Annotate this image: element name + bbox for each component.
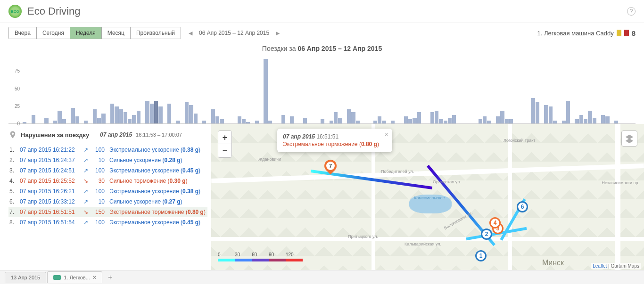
chart-bar[interactable] (246, 122, 250, 123)
chart-bar[interactable] (321, 119, 324, 123)
chart-bar[interactable] (544, 105, 548, 123)
chart-bars[interactable] (23, 53, 636, 123)
map[interactable]: + − × 07 апр 2015 16:51:51 Экстремальное… (211, 124, 644, 270)
chart-bar[interactable] (264, 59, 267, 123)
chart-bar[interactable] (150, 104, 154, 123)
chart-bar[interactable] (439, 119, 443, 123)
chart-bar[interactable] (137, 111, 140, 123)
chart-bar[interactable] (549, 106, 553, 123)
period-yesterday-button[interactable]: Вчера (9, 27, 37, 39)
chart-bar[interactable] (62, 119, 66, 123)
leaflet-link[interactable]: Leaflet (593, 263, 607, 269)
chart-bar[interactable] (58, 111, 61, 123)
chart-bar[interactable] (220, 119, 223, 123)
violation-row[interactable]: 7.07 апр 2015 16:51:51↘150Экстремальное … (8, 207, 207, 217)
chart-bar[interactable] (584, 119, 587, 123)
chart-bar[interactable] (593, 118, 596, 123)
chart-bar[interactable] (176, 121, 180, 123)
chart-bar[interactable] (158, 106, 162, 123)
chart-bar[interactable] (553, 121, 557, 123)
chart-bar[interactable] (356, 121, 360, 123)
chart-bar[interactable] (391, 121, 395, 123)
map-layers-button[interactable] (621, 131, 637, 147)
chart-bar[interactable] (435, 111, 438, 123)
chart-bar[interactable] (242, 119, 246, 123)
chart-bar[interactable] (238, 116, 241, 123)
chart-bar[interactable] (351, 112, 355, 123)
chart-bar[interactable] (53, 121, 57, 123)
chart-bar[interactable] (32, 115, 35, 123)
chart-bar[interactable] (566, 101, 570, 123)
chart-bar[interactable] (448, 118, 452, 123)
chart-bar[interactable] (71, 108, 74, 123)
violation-row[interactable]: 6.07 апр 2015 16:33:12↗10Сильное ускорен… (8, 196, 207, 207)
chart-bar[interactable] (452, 115, 456, 123)
chart-bar[interactable] (93, 109, 97, 123)
chart-bar[interactable] (536, 102, 539, 123)
chart-bar[interactable] (588, 111, 592, 123)
chart-bar[interactable] (444, 121, 447, 123)
chart-bar[interactable] (487, 121, 491, 123)
chart-bar[interactable] (115, 106, 118, 123)
chart-bar[interactable] (408, 119, 412, 123)
zoom-out-button[interactable]: − (218, 144, 231, 157)
map-marker-6[interactable]: 6 (517, 201, 528, 212)
violation-row[interactable]: 1.07 апр 2015 16:21:22↗100Экстремальное … (8, 145, 207, 155)
chart-bar[interactable] (268, 121, 272, 123)
chart-bar[interactable] (189, 105, 193, 123)
map-marker-4[interactable]: 4 (489, 217, 501, 229)
chart-bar[interactable] (509, 119, 513, 123)
chart-bar[interactable] (23, 122, 26, 123)
chart-bar[interactable] (496, 116, 500, 123)
chart-bar[interactable] (75, 116, 79, 123)
chart-bar[interactable] (579, 115, 583, 123)
period-custom-button[interactable]: Произвольный (131, 27, 181, 39)
map-marker-7[interactable]: 7 (324, 160, 337, 176)
violation-row[interactable]: 5.07 апр 2015 16:26:21↗100Экстремальное … (8, 186, 207, 196)
violation-row[interactable]: 2.07 апр 2015 16:24:37↗10Сильное ускорен… (8, 155, 207, 165)
chart-bar[interactable] (255, 121, 259, 123)
chart-bar[interactable] (84, 121, 88, 123)
chart-bar[interactable] (101, 114, 105, 123)
chart-bar[interactable] (124, 112, 127, 123)
map-marker-2[interactable]: 2 (481, 229, 492, 240)
chart-bar[interactable] (330, 121, 333, 123)
chart-bar[interactable] (413, 118, 416, 123)
chart-bar[interactable] (614, 121, 618, 123)
chart-bar[interactable] (132, 115, 136, 123)
chart-bar[interactable] (97, 118, 101, 123)
help-icon[interactable]: ? (627, 7, 636, 16)
violation-datetime[interactable]: 07 апр 2015 16:25:52 (20, 178, 79, 184)
violation-datetime[interactable]: 07 апр 2015 16:51:54 (20, 219, 79, 226)
chart-bar[interactable] (483, 116, 487, 123)
chart-bar[interactable] (202, 121, 206, 123)
chart-bar[interactable] (44, 118, 48, 123)
chart-bar[interactable] (167, 104, 171, 123)
chart-bar[interactable] (334, 112, 338, 123)
chart-bar[interactable] (601, 115, 605, 123)
chart-bar[interactable] (378, 116, 381, 123)
chart-bar[interactable] (338, 118, 342, 123)
tab-close-icon[interactable]: × (93, 274, 96, 281)
chart-bar[interactable] (575, 119, 578, 123)
chart-bar[interactable] (290, 116, 294, 123)
violation-datetime[interactable]: 07 апр 2015 16:26:21 (20, 188, 79, 195)
chart-bar[interactable] (215, 116, 219, 123)
violation-row[interactable]: 4.07 апр 2015 16:25:52↘30Сильное торможе… (8, 176, 207, 186)
chart-bar[interactable] (119, 109, 123, 123)
chart-bar[interactable] (404, 116, 408, 123)
chart-bar[interactable] (303, 118, 307, 123)
chart-bar[interactable] (145, 101, 149, 123)
popup-close-icon[interactable]: × (385, 131, 388, 138)
chart-bar[interactable] (505, 119, 509, 123)
period-week-button[interactable]: Неделя (70, 27, 102, 39)
tab-unit[interactable]: 1. Легков... × (47, 271, 102, 283)
trips-bar-chart[interactable]: 0255075 (8, 53, 636, 124)
chart-bar[interactable] (373, 121, 377, 123)
violation-datetime[interactable]: 07 апр 2015 16:24:51 (20, 167, 79, 174)
period-month-button[interactable]: Месяц (102, 27, 131, 39)
chart-bar[interactable] (382, 121, 386, 123)
map-marker-1[interactable]: 1 (475, 250, 487, 261)
violation-datetime[interactable]: 07 апр 2015 16:21:22 (20, 147, 79, 153)
date-prev-icon[interactable]: ◀ (187, 29, 194, 37)
